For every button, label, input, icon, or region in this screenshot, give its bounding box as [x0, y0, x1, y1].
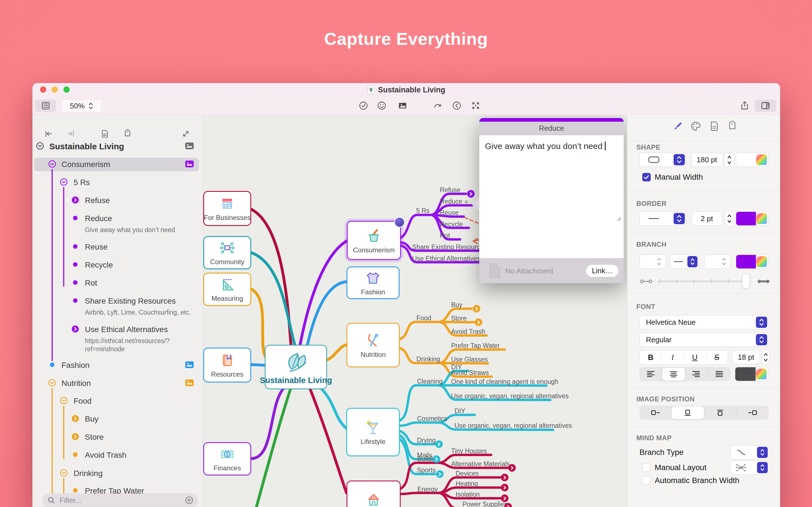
- image-bottom-button[interactable]: [704, 406, 736, 420]
- back-icon[interactable]: [452, 101, 462, 111]
- branch-label[interactable]: Reduce≡: [440, 198, 468, 205]
- outline-item-reduce[interactable]: Reduce: [33, 212, 200, 225]
- expand-panel-icon[interactable]: [181, 129, 190, 138]
- color-tab-palette-icon[interactable]: [691, 121, 701, 131]
- expand-branch-icon[interactable]: [501, 484, 509, 492]
- collapse-node-icon[interactable]: [60, 178, 68, 186]
- outline-item-fashion[interactable]: Fashion: [33, 358, 200, 372]
- align-justify-button[interactable]: [708, 367, 731, 381]
- branch-type-select[interactable]: [730, 445, 769, 459]
- font-color-well[interactable]: [735, 367, 768, 381]
- collapse-node-icon[interactable]: [36, 142, 44, 150]
- underline-button[interactable]: U: [684, 350, 706, 364]
- expand-branch-icon[interactable]: [501, 495, 509, 502]
- branch-label[interactable]: Use Ethical Alternatives: [412, 255, 480, 263]
- inspector-toggle-button[interactable]: [755, 100, 776, 112]
- branch-end-select[interactable]: [704, 255, 731, 269]
- expand-node-icon[interactable]: [71, 196, 79, 204]
- outline-item-share-existing-resources[interactable]: Share Existing Resources: [33, 294, 200, 308]
- outline-item-nutrition[interactable]: Nutrition: [33, 377, 200, 390]
- expand-branch-icon[interactable]: [467, 190, 475, 198]
- branch-label[interactable]: Sports: [417, 466, 436, 474]
- font-style-select[interactable]: Regular: [640, 333, 769, 347]
- layout-select[interactable]: [730, 460, 769, 474]
- branch-label[interactable]: Isolation: [456, 491, 480, 498]
- style-tab-brush-icon[interactable]: [672, 121, 683, 131]
- map-node-for-businesses[interactable]: For Businesses: [203, 191, 251, 226]
- shape-style-select[interactable]: [640, 153, 686, 167]
- align-left-button[interactable]: [640, 367, 662, 381]
- branch-label[interactable]: Reuse: [440, 209, 458, 217]
- italic-button[interactable]: I: [662, 350, 683, 364]
- filter-options-icon[interactable]: [185, 496, 194, 505]
- note-page-icon[interactable]: [100, 129, 109, 138]
- expand-node-icon[interactable]: [71, 325, 79, 333]
- branch-label[interactable]: Use Glasses: [451, 356, 488, 363]
- expand-branch-icon[interactable]: [433, 455, 441, 463]
- branch-label[interactable]: Food: [416, 314, 431, 322]
- slider-thumb[interactable]: [742, 274, 750, 289]
- expand-all-icon[interactable]: [66, 129, 75, 138]
- zoom-control[interactable]: 50%: [61, 100, 102, 112]
- expand-branch-icon[interactable]: [436, 470, 444, 478]
- outline-toggle-button[interactable]: [35, 100, 56, 112]
- branch-label[interactable]: Avoid Trash: [451, 328, 485, 335]
- outline-item-food[interactable]: Food: [33, 394, 200, 408]
- image-top-button[interactable]: [672, 406, 704, 419]
- map-node-resources[interactable]: Resources: [203, 348, 251, 383]
- map-node-housing[interactable]: [347, 481, 401, 507]
- link-button[interactable]: Link…: [586, 265, 619, 277]
- collapse-all-icon[interactable]: [44, 129, 53, 138]
- selection-handle[interactable]: [394, 217, 405, 228]
- collapse-node-icon[interactable]: [60, 469, 68, 477]
- outline-item-rot[interactable]: Rot: [33, 276, 200, 290]
- collapse-node-icon[interactable]: [49, 160, 56, 168]
- border-width-stepper[interactable]: [725, 212, 734, 226]
- resize-handle-icon[interactable]: [616, 216, 621, 221]
- outline-item-5-rs[interactable]: 5 Rs: [33, 176, 200, 189]
- automatic-branch-width-checkbox[interactable]: [642, 476, 651, 485]
- tag-icon[interactable]: [123, 129, 132, 138]
- branch-label[interactable]: Heating: [456, 480, 478, 488]
- branch-style-select[interactable]: [670, 255, 699, 269]
- image-right-button[interactable]: [737, 406, 769, 420]
- expand-branch-icon[interactable]: [501, 474, 509, 482]
- branch-label[interactable]: DIY: [451, 363, 462, 371]
- shape-color-well[interactable]: [736, 153, 769, 167]
- branch-label[interactable]: Use organic, vegan, regional alternative…: [451, 392, 569, 400]
- branch-label[interactable]: Alternative Materials: [451, 460, 510, 468]
- share-icon[interactable]: [740, 101, 750, 111]
- font-size-stepper[interactable]: [762, 350, 770, 365]
- align-center-button[interactable]: [662, 368, 685, 381]
- outline-item-consumerism[interactable]: Consumerism: [33, 158, 200, 171]
- undo-icon[interactable]: [433, 101, 443, 111]
- branch-width-slider[interactable]: [658, 281, 747, 282]
- center-map-icon[interactable]: [470, 101, 481, 111]
- strikethrough-button[interactable]: S: [706, 350, 728, 364]
- expand-node-icon[interactable]: [71, 415, 79, 422]
- shape-width-stepper[interactable]: [725, 153, 734, 167]
- font-size-field[interactable]: 18 pt: [732, 350, 760, 364]
- branch-label[interactable]: Refuse: [440, 186, 460, 194]
- image-left-button[interactable]: [640, 406, 672, 420]
- image-icon[interactable]: [398, 101, 408, 111]
- branch-label[interactable]: Drying: [417, 437, 436, 444]
- collapse-node-icon[interactable]: [49, 379, 56, 387]
- expand-branch-icon[interactable]: [473, 305, 480, 313]
- border-style-select[interactable]: [640, 212, 686, 226]
- border-width-field[interactable]: 2 pt: [691, 212, 722, 226]
- outline-item-recycle[interactable]: Recycle: [33, 258, 200, 272]
- branch-label[interactable]: DIY: [455, 407, 465, 415]
- font-family-select[interactable]: Helvetica Neue: [640, 315, 769, 329]
- note-text-editor[interactable]: Give away what you don’t need: [479, 135, 624, 259]
- collapse-node-icon[interactable]: [60, 397, 68, 404]
- expand-node-icon[interactable]: [71, 433, 79, 441]
- branch-label[interactable]: Store: [451, 315, 467, 322]
- map-node-lifestyle[interactable]: Lifestyle: [346, 408, 400, 456]
- expand-branch-icon[interactable]: [508, 464, 516, 472]
- note-tab-doc-icon[interactable]: [709, 121, 719, 131]
- branch-label[interactable]: One kind of cleaning agent is enough: [451, 378, 558, 386]
- map-node-center[interactable]: Sustainable Living: [265, 345, 327, 389]
- outline-item-store[interactable]: Store: [33, 431, 200, 444]
- expand-branch-icon[interactable]: [435, 441, 443, 448]
